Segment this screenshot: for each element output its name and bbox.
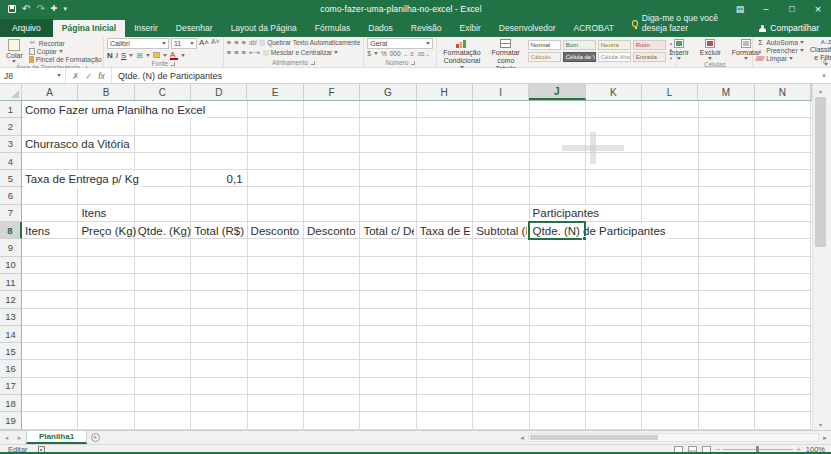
- column-header-I[interactable]: I: [473, 84, 529, 100]
- column-header-E[interactable]: E: [247, 84, 303, 100]
- cell-G12[interactable]: [360, 291, 416, 308]
- cell-H10[interactable]: [417, 257, 473, 274]
- cell-L10[interactable]: [642, 257, 698, 274]
- dialog-launcher-icon[interactable]: [171, 62, 175, 66]
- cell-C1[interactable]: [135, 101, 191, 118]
- close-button[interactable]: ×: [805, 0, 831, 18]
- copy-button[interactable]: Copiar: [29, 48, 102, 55]
- cell-C12[interactable]: [135, 291, 191, 308]
- cell-H1[interactable]: [417, 101, 473, 118]
- row-header-3[interactable]: 3: [0, 136, 22, 153]
- cell-G5[interactable]: [360, 170, 416, 187]
- grow-font-button[interactable]: A˄: [199, 38, 209, 49]
- cell-I7[interactable]: [473, 205, 529, 222]
- cell-M12[interactable]: [699, 291, 755, 308]
- cell-M15[interactable]: [699, 343, 755, 360]
- row-header-2[interactable]: 2: [0, 118, 22, 135]
- borders-icon[interactable]: ⊞: [136, 51, 143, 60]
- cell-H11[interactable]: [417, 274, 473, 291]
- scroll-left-icon[interactable]: ◂: [516, 434, 528, 442]
- cell-E16[interactable]: [248, 360, 304, 377]
- cell-G2[interactable]: [360, 118, 416, 135]
- cell-N8[interactable]: [755, 222, 811, 239]
- cell-N11[interactable]: [755, 274, 811, 291]
- style-ruim[interactable]: Ruim: [633, 40, 666, 50]
- horizontal-scrollbar[interactable]: ◂ ▸: [516, 431, 831, 444]
- touch-mode-icon[interactable]: ✚: [51, 4, 58, 14]
- cell-L19[interactable]: [642, 412, 698, 429]
- cell-I17[interactable]: [473, 378, 529, 395]
- cell-J9[interactable]: [530, 239, 586, 256]
- cell-B6[interactable]: [78, 187, 134, 204]
- cell-D1[interactable]: [191, 101, 247, 118]
- row-header-18[interactable]: 18: [0, 395, 22, 412]
- collapse-ribbon-icon[interactable]: ∧: [822, 57, 827, 65]
- horizontal-scroll-track[interactable]: [528, 433, 819, 442]
- column-header-L[interactable]: L: [642, 84, 698, 100]
- row-header-5[interactable]: 5: [0, 170, 22, 187]
- cell-F15[interactable]: [304, 343, 360, 360]
- cell-A8[interactable]: [22, 222, 78, 239]
- autosum-button[interactable]: ΣAutoSoma: [756, 39, 804, 46]
- cell-D4[interactable]: [191, 153, 247, 170]
- maximize-button[interactable]: □: [779, 0, 805, 18]
- row-header-10[interactable]: 10: [0, 257, 22, 274]
- cell-L7[interactable]: [642, 205, 698, 222]
- decrease-decimal-icon[interactable]: .00→: [417, 51, 430, 57]
- cell-A19[interactable]: [22, 412, 78, 429]
- cell-G18[interactable]: [360, 395, 416, 412]
- shrink-font-button[interactable]: A˅: [211, 38, 220, 49]
- cell-D2[interactable]: [191, 118, 247, 135]
- cell-G19[interactable]: [360, 412, 416, 429]
- cell-I5[interactable]: [473, 170, 529, 187]
- cell-A4[interactable]: [22, 153, 78, 170]
- cell-G1[interactable]: [360, 101, 416, 118]
- tab-desenvolvedor[interactable]: Desenvolvedor: [490, 20, 565, 37]
- cell-E6[interactable]: [248, 187, 304, 204]
- cell-I9[interactable]: [473, 239, 529, 256]
- cell-M6[interactable]: [699, 187, 755, 204]
- qat-customize-icon[interactable]: ▾: [63, 4, 67, 14]
- cell-F19[interactable]: [304, 412, 360, 429]
- insert-cells-button[interactable]: Inserir: [666, 38, 691, 61]
- cell-B17[interactable]: [78, 378, 134, 395]
- style-normal[interactable]: Normal: [528, 40, 561, 50]
- row-header-1[interactable]: 1: [0, 101, 22, 118]
- cell-B12[interactable]: [78, 291, 134, 308]
- cell-L18[interactable]: [642, 395, 698, 412]
- cell-N14[interactable]: [755, 326, 811, 343]
- cell-D19[interactable]: [191, 412, 247, 429]
- cell-H15[interactable]: [417, 343, 473, 360]
- row-header-17[interactable]: 17: [0, 378, 22, 395]
- underline-button[interactable]: S: [121, 51, 126, 60]
- cell-A13[interactable]: [22, 309, 78, 326]
- cell-J18[interactable]: [530, 395, 586, 412]
- cell-J6[interactable]: [530, 187, 586, 204]
- tab-exibir[interactable]: Exibir: [451, 20, 490, 37]
- cell-K8[interactable]: [586, 222, 642, 239]
- enter-icon[interactable]: ✓: [85, 71, 92, 81]
- cell-F18[interactable]: [304, 395, 360, 412]
- cell-J11[interactable]: [530, 274, 586, 291]
- cell-M4[interactable]: [699, 153, 755, 170]
- cell-N15[interactable]: [755, 343, 811, 360]
- cell-B4[interactable]: [78, 153, 134, 170]
- cell-F12[interactable]: [304, 291, 360, 308]
- cell-N3[interactable]: [755, 136, 811, 153]
- cell-I16[interactable]: [473, 360, 529, 377]
- style-entrada[interactable]: Entrada: [633, 52, 666, 62]
- cell-J15[interactable]: [530, 343, 586, 360]
- cell-N6[interactable]: [755, 187, 811, 204]
- cell-C3[interactable]: [135, 136, 191, 153]
- cell-M16[interactable]: [699, 360, 755, 377]
- cell-F1[interactable]: [304, 101, 360, 118]
- cell-J14[interactable]: [530, 326, 586, 343]
- cell-C6[interactable]: [135, 187, 191, 204]
- cell-L13[interactable]: [642, 309, 698, 326]
- row-header-15[interactable]: 15: [0, 343, 22, 360]
- cell-F11[interactable]: [304, 274, 360, 291]
- cell-L2[interactable]: [642, 118, 698, 135]
- cell-L11[interactable]: [642, 274, 698, 291]
- cell-L16[interactable]: [642, 360, 698, 377]
- cell-M11[interactable]: [699, 274, 755, 291]
